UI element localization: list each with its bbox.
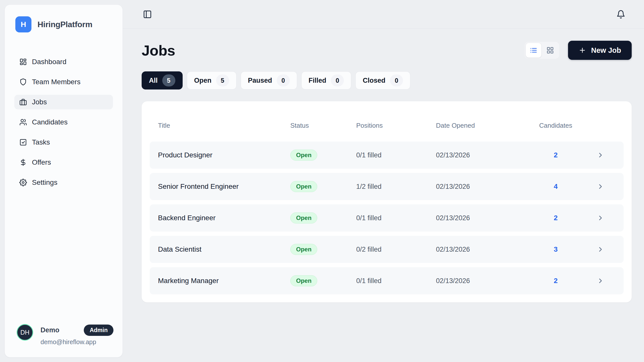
date-opened-cell: 02/13/2026 bbox=[436, 277, 534, 285]
candidates-count-link[interactable]: 3 bbox=[534, 245, 577, 253]
sidebar-item-settings[interactable]: Settings bbox=[14, 175, 113, 190]
job-title: Backend Engineer bbox=[158, 214, 290, 222]
column-header-date-opened: Date Opened bbox=[436, 122, 534, 129]
candidates-count-link[interactable]: 4 bbox=[534, 183, 577, 191]
brand-name: HiringPlatform bbox=[37, 20, 92, 29]
filter-button[interactable]: All 5 bbox=[142, 71, 183, 89]
filter-button[interactable]: Paused 0 bbox=[241, 71, 297, 89]
chevron-right-icon[interactable] bbox=[577, 277, 624, 285]
table-row[interactable]: Senior Frontend Engineer Open 1/2 filled… bbox=[150, 173, 624, 200]
status-badge: Open bbox=[290, 150, 317, 161]
bell-icon bbox=[616, 10, 625, 19]
user-info: Demo Admin demo@hireflow.app bbox=[41, 324, 113, 346]
status-badge: Open bbox=[290, 275, 317, 286]
list-icon bbox=[530, 47, 537, 54]
sidebar-item-label: Tasks bbox=[32, 138, 50, 146]
filter-count-badge: 5 bbox=[216, 74, 229, 86]
date-opened-cell: 02/13/2026 bbox=[436, 246, 534, 253]
candidates-count-link[interactable]: 2 bbox=[534, 151, 577, 159]
status-badge: Open bbox=[290, 212, 317, 223]
filter-count-badge: 0 bbox=[390, 74, 403, 86]
sidebar-item-label: Settings bbox=[32, 178, 57, 187]
sidebar-item-label: Candidates bbox=[32, 118, 68, 126]
user-email: demo@hireflow.app bbox=[41, 338, 113, 346]
panel-left-icon bbox=[143, 10, 152, 19]
sidebar-item-team-members[interactable]: Team Members bbox=[14, 75, 113, 89]
brand-logo: H bbox=[15, 16, 31, 32]
sidebar-item-dashboard[interactable]: Dashboard bbox=[14, 55, 113, 69]
table-row[interactable]: Product Designer Open 0/1 filled 02/13/2… bbox=[150, 142, 624, 169]
positions-cell: 1/2 filled bbox=[356, 183, 436, 191]
column-header-status: Status bbox=[290, 122, 356, 129]
filter-count-badge: 5 bbox=[162, 74, 175, 86]
user-profile[interactable]: DH Demo Admin demo@hireflow.app bbox=[17, 324, 113, 346]
date-opened-cell: 02/13/2026 bbox=[436, 183, 534, 191]
filter-button[interactable]: Open 5 bbox=[187, 71, 236, 89]
filter-label: Filled bbox=[309, 77, 327, 84]
jobs-table-card: Title Status Positions Date Opened Candi… bbox=[142, 101, 632, 302]
grid-icon bbox=[546, 47, 554, 54]
dashboard-icon bbox=[19, 58, 27, 66]
positions-cell: 0/1 filled bbox=[356, 151, 436, 159]
chevron-right-icon[interactable] bbox=[577, 246, 624, 253]
job-title: Data Scientist bbox=[158, 245, 290, 253]
role-badge: Admin bbox=[84, 325, 113, 336]
sidebar-item-label: Dashboard bbox=[32, 58, 66, 66]
date-opened-cell: 02/13/2026 bbox=[436, 151, 534, 159]
briefcase-icon bbox=[19, 98, 27, 106]
sidebar-item-label: Offers bbox=[32, 158, 51, 166]
sidebar-item-label: Jobs bbox=[32, 98, 47, 106]
chevron-right-icon[interactable] bbox=[577, 183, 624, 190]
job-title: Marketing Manager bbox=[158, 277, 290, 285]
table-body: Product Designer Open 0/1 filled 02/13/2… bbox=[150, 142, 624, 294]
column-header-positions: Positions bbox=[356, 122, 436, 129]
notifications-button[interactable] bbox=[616, 10, 625, 19]
column-header-title: Title bbox=[158, 122, 290, 129]
positions-cell: 0/2 filled bbox=[356, 246, 436, 253]
sidebar-item-tasks[interactable]: Tasks bbox=[14, 135, 113, 150]
dollar-icon bbox=[19, 159, 27, 166]
status-filters: All 5 Open 5 Paused 0 Filled 0 bbox=[142, 71, 632, 89]
sidebar-item-candidates[interactable]: Candidates bbox=[14, 115, 113, 129]
topbar bbox=[123, 0, 644, 29]
sidebar-item-jobs[interactable]: Jobs bbox=[14, 95, 113, 109]
user-name: Demo bbox=[41, 326, 59, 334]
list-view-button[interactable] bbox=[526, 43, 541, 58]
new-job-button[interactable]: New Job bbox=[568, 41, 632, 60]
filter-button[interactable]: Filled 0 bbox=[301, 71, 351, 89]
date-opened-cell: 02/13/2026 bbox=[436, 214, 534, 222]
status-badge: Open bbox=[290, 244, 317, 255]
positions-cell: 0/1 filled bbox=[356, 277, 436, 285]
main-area: Jobs bbox=[123, 0, 644, 362]
users-icon bbox=[19, 118, 27, 126]
brand: H HiringPlatform bbox=[15, 16, 113, 32]
table-row[interactable]: Data Scientist Open 0/2 filled 02/13/202… bbox=[150, 236, 624, 263]
filter-button[interactable]: Closed 0 bbox=[355, 71, 410, 89]
job-title: Senior Frontend Engineer bbox=[158, 183, 290, 191]
shield-icon bbox=[19, 78, 27, 86]
filter-label: Open bbox=[194, 77, 212, 84]
table-header: Title Status Positions Date Opened Candi… bbox=[150, 109, 624, 142]
plus-icon bbox=[579, 47, 586, 54]
filter-count-badge: 0 bbox=[331, 74, 344, 86]
filter-count-badge: 0 bbox=[277, 74, 290, 86]
sidebar-item-label: Team Members bbox=[32, 78, 80, 86]
task-check-icon bbox=[19, 139, 27, 146]
sidebar-item-offers[interactable]: Offers bbox=[14, 155, 113, 170]
view-toggle bbox=[524, 41, 559, 59]
chevron-right-icon[interactable] bbox=[577, 151, 624, 159]
page-title: Jobs bbox=[142, 42, 175, 59]
brand-initial: H bbox=[21, 20, 26, 29]
avatar-initials: DH bbox=[20, 329, 29, 336]
chevron-right-icon[interactable] bbox=[577, 214, 624, 222]
candidates-count-link[interactable]: 2 bbox=[534, 214, 577, 222]
table-row[interactable]: Backend Engineer Open 0/1 filled 02/13/2… bbox=[150, 204, 624, 232]
filter-label: Closed bbox=[363, 77, 385, 84]
gear-icon bbox=[19, 179, 27, 186]
table-row[interactable]: Marketing Manager Open 0/1 filled 02/13/… bbox=[150, 267, 624, 294]
grid-view-button[interactable] bbox=[542, 43, 558, 58]
sidebar-nav: Dashboard Team Members Jobs Candidates T… bbox=[14, 55, 113, 190]
new-job-label: New Job bbox=[591, 46, 621, 55]
sidebar-toggle-button[interactable] bbox=[143, 10, 152, 19]
candidates-count-link[interactable]: 2 bbox=[534, 277, 577, 285]
